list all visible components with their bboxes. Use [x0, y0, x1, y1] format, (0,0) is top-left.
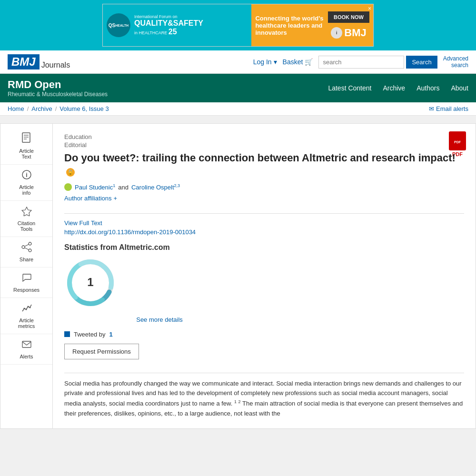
svg-text:i: i: [26, 172, 27, 178]
ad-content: QSHEALTH International Forum on QUALITY&…: [102, 4, 374, 47]
alerts-icon: [21, 339, 32, 352]
basket-icon: 🛒: [305, 58, 313, 66]
breadcrumb-sep-1: /: [27, 105, 29, 112]
ad-close-button[interactable]: ×: [368, 5, 371, 12]
svg-point-14: [29, 307, 30, 308]
nav-latest-content[interactable]: Latest Content: [328, 84, 371, 92]
sidebar-item-label: Share: [20, 257, 33, 262]
request-permissions-button[interactable]: Request Permissions: [64, 344, 139, 359]
svg-point-6: [29, 242, 31, 245]
advanced-search-link[interactable]: Advancedsearch: [443, 55, 468, 69]
svg-rect-15: [22, 341, 31, 347]
svg-point-11: [23, 308, 25, 309]
altmetric-svg: 1: [64, 257, 117, 309]
journal-title: RMD Open: [8, 79, 328, 91]
sidebar-item-label: CitationTools: [18, 220, 35, 232]
stats-title: Statistics from Altmetric.com: [64, 243, 464, 252]
metrics-icon: [21, 303, 32, 316]
nav-archive[interactable]: Archive: [383, 84, 405, 92]
sidebar-item-responses[interactable]: Responses: [0, 268, 52, 298]
authors-line: Paul Studenic1 and Caroline Ospelt2,3: [64, 183, 464, 191]
breadcrumb-home[interactable]: Home: [8, 105, 24, 112]
top-nav-right: Log In ▾ Basket 🛒 Search Advancedsearch: [253, 55, 468, 69]
search-input[interactable]: [318, 56, 404, 69]
plus-icon: +: [114, 195, 118, 202]
tweet-count: 1: [109, 331, 113, 338]
divider-2: [64, 373, 464, 373]
nav-about[interactable]: About: [451, 84, 468, 92]
sidebar-item-article-metrics[interactable]: Articlemetrics: [0, 298, 52, 334]
bmj-logo-box: BMJ: [8, 54, 40, 69]
info-icon: i: [21, 169, 32, 182]
author-affiliations-link[interactable]: Author affiliations +: [64, 195, 117, 202]
main-content-wrapper: ArticleText i Articleinfo CitationTools …: [0, 123, 476, 429]
sidebar-item-label: Articlemetrics: [18, 317, 35, 329]
breadcrumb-volume[interactable]: Volume 6, Issue 3: [60, 105, 109, 112]
author-paul-studenic[interactable]: Paul Studenic1: [75, 183, 115, 191]
svg-point-13: [27, 306, 29, 307]
article-section: Education: [64, 133, 464, 140]
book-now-button[interactable]: BOOK NOW: [328, 11, 369, 23]
ad-right-text: Connecting the world's healthcare leader…: [255, 15, 324, 36]
responses-icon: [21, 272, 32, 285]
sidebar-item-article-text[interactable]: ArticleText: [0, 128, 52, 165]
nav-authors[interactable]: Authors: [416, 84, 439, 92]
email-alerts-link[interactable]: ✉ Email alerts: [429, 105, 468, 112]
article-title: Do you tweet?: trailing the connection b…: [64, 151, 464, 178]
article-text-icon: [21, 132, 32, 146]
sidebar-item-label: Responses: [13, 287, 40, 293]
ad-logo: QSHEALTH: [107, 13, 130, 37]
journal-title-wrap: RMD Open Rheumatic & Musculoskeletal Dis…: [8, 79, 328, 98]
bmj-logo[interactable]: BMJ Journals: [8, 54, 70, 69]
bmj-ad-logo: BMJ: [344, 27, 366, 39]
svg-point-7: [22, 246, 25, 248]
orcid-icon: [64, 183, 72, 191]
article-type: Editorial: [64, 141, 464, 149]
advanced-search-wrap: Advancedsearch: [443, 55, 468, 69]
basket-button[interactable]: Basket 🛒: [283, 58, 313, 66]
main-container: ArticleText i Articleinfo CitationTools …: [0, 123, 476, 429]
see-more-link[interactable]: See more details: [64, 316, 255, 323]
stats-section: Statistics from Altmetric.com 1 See more…: [64, 243, 464, 323]
sidebar: ArticleText i Articleinfo CitationTools …: [0, 124, 53, 428]
journal-navigation: Latest Content Archive Authors About: [328, 84, 468, 92]
bmj-logo-subtext: Journals: [40, 61, 70, 69]
footnote-ref-2: 2: [238, 399, 241, 404]
article-body: Social media has profoundly changed the …: [64, 379, 464, 419]
author-caroline-ospelt[interactable]: Caroline Ospelt2,3: [131, 183, 180, 191]
affiliations-row: Author affiliations +: [64, 194, 464, 208]
sidebar-item-alerts[interactable]: Alerts: [0, 334, 52, 365]
login-button[interactable]: Log In ▾: [253, 58, 277, 66]
ad-left-text: International Forum on QUALITY&SAFETY in…: [134, 14, 203, 36]
share-icon: [21, 242, 32, 255]
article-header: Education Editorial Do you tweet?: trail…: [64, 133, 464, 178]
sidebar-item-share[interactable]: Share: [0, 237, 52, 268]
breadcrumb-sep-2: /: [55, 105, 57, 112]
svg-line-10: [25, 248, 29, 250]
svg-line-9: [25, 245, 29, 247]
sidebar-item-article-info[interactable]: i Articleinfo: [0, 165, 52, 201]
svg-rect-0: [22, 133, 30, 142]
open-access-icon: 🔓: [66, 168, 75, 177]
breadcrumb-bar: Home / Archive / Volume 6, Issue 3 ✉ Ema…: [0, 102, 476, 116]
sidebar-item-label: Articleinfo: [19, 184, 34, 196]
divider-1: [64, 213, 464, 214]
search-button[interactable]: Search: [406, 56, 437, 69]
view-full-text-link[interactable]: View Full Text: [64, 219, 464, 227]
svg-point-12: [25, 309, 27, 310]
tweeted-bar: Tweeted by 1: [64, 331, 464, 338]
ihi-logo: i: [331, 27, 342, 39]
top-navigation: BMJ Journals Log In ▾ Basket 🛒 Search Ad…: [0, 50, 476, 74]
doi-link[interactable]: http://dx.doi.org/10.1136/rmdopen-2019-0…: [64, 228, 464, 236]
citation-icon: [21, 206, 32, 218]
sidebar-item-label: ArticleText: [19, 148, 34, 159]
svg-text:1: 1: [87, 276, 93, 288]
sidebar-item-label: Alerts: [20, 354, 33, 359]
sidebar-item-citation-tools[interactable]: CitationTools: [0, 201, 52, 237]
journal-subtitle: Rheumatic & Musculoskeletal Diseases: [8, 91, 328, 98]
ad-banner: QSHEALTH International Forum on QUALITY&…: [0, 0, 476, 50]
breadcrumb-archive[interactable]: Archive: [31, 105, 52, 112]
chevron-down-icon: ▾: [274, 58, 277, 66]
svg-point-8: [29, 249, 31, 252]
altmetric-donut[interactable]: 1: [64, 257, 117, 310]
